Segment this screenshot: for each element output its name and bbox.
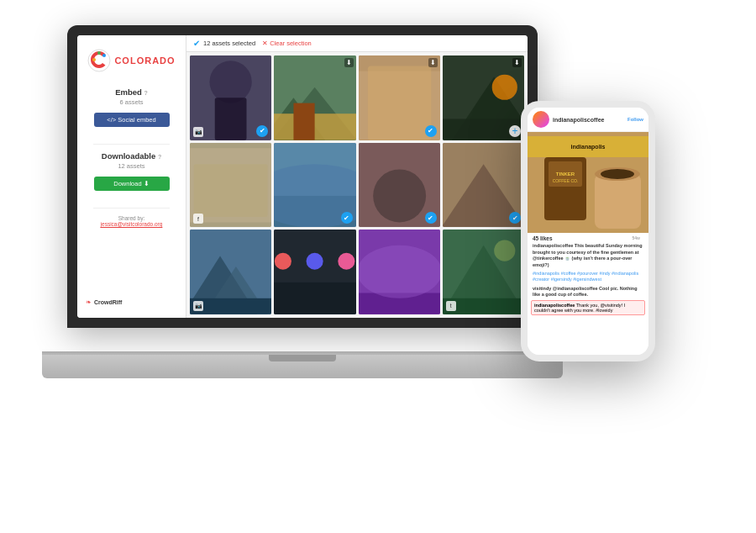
phone-post-header: indianapoliscoffee Follow <box>528 108 648 132</box>
phone-username: indianapoliscoffee <box>553 117 624 123</box>
instagram-icon-9: 📷 <box>193 301 203 311</box>
svg-point-37 <box>339 253 355 270</box>
sidebar-embed-section: Embed ? 6 assets Social embed <box>84 87 179 127</box>
laptop-screen-inner: COLORADO Embed ? 6 assets Social embed D… <box>77 35 528 318</box>
phone-comment-1: visitindy @indianapoliscoffee Cool pic. … <box>528 284 648 299</box>
svg-rect-11 <box>294 103 315 140</box>
svg-point-2 <box>97 51 101 55</box>
svg-text:TINKER: TINKER <box>556 172 575 177</box>
svg-point-53 <box>601 169 634 179</box>
main-content: ✔ 12 assets selected ✕ Clear selection <box>186 35 528 318</box>
crowdriff-logo: ❧ CrowdRiff <box>86 298 122 306</box>
svg-point-35 <box>275 253 291 270</box>
svg-point-5 <box>209 61 251 103</box>
phone-hashtags: #indianapolis #coffee #pourover #indy #i… <box>528 270 648 284</box>
grid-item-1[interactable]: 📷 ✔ <box>190 55 271 140</box>
logo-text: COLORADO <box>114 55 175 66</box>
embed-assets: 6 assets <box>84 98 179 106</box>
download-icon-3: ⬇ <box>428 58 438 67</box>
check-badge-3: ✔ <box>425 125 437 137</box>
phone-likes: 45 likes 54w <box>528 233 648 242</box>
sidebar-downloadable-section: Downloadable ? 12 assets Download ⬇ <box>84 151 179 191</box>
top-bar: ✔ 12 assets selected ✕ Clear selection <box>186 35 528 52</box>
grid-item-9[interactable]: 📷 <box>190 230 271 314</box>
shared-by: Shared by: jessica@visitcolorado.org <box>97 215 166 227</box>
grid-item-4[interactable]: ⬇ + <box>443 55 524 140</box>
selected-count: 12 assets selected <box>203 40 255 47</box>
phone-follow-button[interactable]: Follow <box>627 117 643 122</box>
svg-rect-21 <box>194 164 268 217</box>
svg-text:indianapolis: indianapolis <box>571 144 606 150</box>
add-icon-4[interactable]: + <box>509 125 521 137</box>
facebook-icon-5: f <box>193 214 203 224</box>
social-embed-button[interactable]: Social embed <box>94 113 170 127</box>
svg-rect-14 <box>367 66 430 140</box>
grid-item-5[interactable]: f <box>190 143 271 228</box>
grid-item-12[interactable]: t <box>443 230 524 314</box>
svg-point-1 <box>92 58 96 61</box>
laptop-base <box>42 355 563 378</box>
crowdriff-icon: ❧ <box>86 298 92 306</box>
divider-2 <box>93 208 169 208</box>
selection-info: ✔ 12 assets selected <box>193 39 255 48</box>
sidebar: COLORADO Embed ? 6 assets Social embed D… <box>77 35 186 318</box>
twitter-icon-12: t <box>446 301 456 311</box>
download-button[interactable]: Download ⬇ <box>94 177 170 191</box>
downloadable-label: Downloadable ? <box>84 151 179 161</box>
comment1-username: visitindy <box>533 286 551 291</box>
svg-point-18 <box>491 75 517 100</box>
svg-rect-34 <box>274 282 355 314</box>
check-badge-7: ✔ <box>425 212 437 224</box>
svg-point-36 <box>307 253 323 270</box>
download-icon-2: ⬇ <box>344 58 354 67</box>
grid-item-8[interactable]: ✔ <box>443 143 524 228</box>
grid-item-7[interactable]: ✔ <box>359 143 440 228</box>
downloadable-assets: 12 assets <box>84 162 179 170</box>
colorado-logo-icon <box>87 49 111 72</box>
shared-by-email[interactable]: jessica@visitcolorado.org <box>101 221 163 227</box>
grid-item-11[interactable] <box>359 230 440 314</box>
phone-post-image: TINKER COFFEE CO. indianapolis <box>528 132 648 233</box>
svg-rect-51 <box>595 174 641 229</box>
phone-comment-highlight: indianapoliscoffee Thank you, @visitindy… <box>531 300 645 315</box>
clear-selection-button[interactable]: ✕ Clear selection <box>262 40 312 47</box>
svg-point-26 <box>373 169 426 222</box>
phone-mockup: indianapoliscoffee Follow TINKER COFFEE … <box>521 101 655 361</box>
logo-area: COLORADO <box>87 49 175 72</box>
check-icon: ✔ <box>193 39 200 48</box>
check-badge-1: ✔ <box>256 125 268 137</box>
svg-point-44 <box>494 240 515 261</box>
phone-timestamp: 54w <box>633 235 640 240</box>
phone-avatar <box>533 111 549 128</box>
laptop-mockup: COLORADO Embed ? 6 assets Social embed D… <box>42 25 563 378</box>
svg-text:COFFEE CO.: COFFEE CO. <box>553 178 579 183</box>
image-grid: 📷 ✔ ⬇ <box>186 52 528 318</box>
caption-username: indianapoliscoffee <box>533 243 573 248</box>
svg-point-40 <box>359 245 440 298</box>
instagram-icon-1: 📷 <box>193 127 203 137</box>
phone-caption: indianapoliscoffee This beautiful Sunday… <box>528 242 648 270</box>
scene: COLORADO Embed ? 6 assets Social embed D… <box>0 0 756 533</box>
check-badge-6: ✔ <box>341 212 353 224</box>
crowdriff-text: CrowdRiff <box>94 299 122 305</box>
grid-item-3[interactable]: ⬇ ✔ <box>359 55 440 140</box>
grid-item-2[interactable]: ⬇ <box>274 55 355 140</box>
embed-label: Embed ? <box>84 87 179 97</box>
grid-item-6[interactable]: ✔ <box>274 143 355 228</box>
download-icon-4: ⬇ <box>512 58 522 67</box>
laptop-screen-outer: COLORADO Embed ? 6 assets Social embed D… <box>67 25 538 328</box>
phone-inner: indianapoliscoffee Follow TINKER COFFEE … <box>528 108 648 355</box>
divider-1 <box>93 144 169 145</box>
grid-item-10[interactable] <box>274 230 355 314</box>
svg-rect-6 <box>215 98 247 140</box>
svg-point-3 <box>102 54 106 57</box>
